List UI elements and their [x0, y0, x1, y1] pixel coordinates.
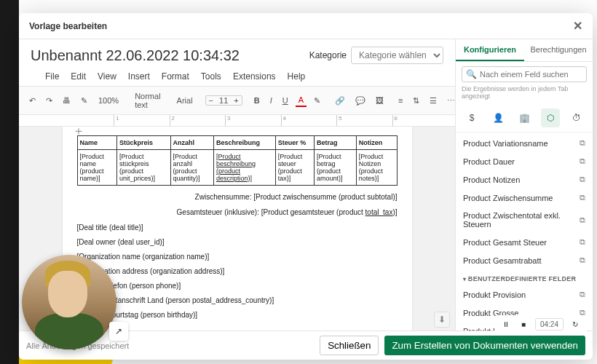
field-item[interactable]: Product Gesamtrabatt⧉: [456, 251, 593, 269]
search-input[interactable]: [480, 70, 582, 79]
field-item[interactable]: Product Notizen⧉: [456, 170, 593, 189]
placeholder-field[interactable]: [Person Telefon (person phone)]: [77, 282, 398, 290]
menu-edit[interactable]: Edit: [71, 71, 86, 82]
entity-icon-row: $ 👤 🏢 ⬡ ⏱: [456, 104, 593, 132]
print-icon[interactable]: 🖶: [60, 95, 74, 106]
clock-icon[interactable]: ⏱: [567, 108, 586, 127]
redo-icon[interactable]: ↷: [43, 95, 55, 107]
line-spacing-icon[interactable]: ⇅: [410, 95, 422, 107]
side-tabs: Konfigurieren Berechtigungen: [456, 39, 593, 62]
custom-fields-group[interactable]: BENUTZERDEFINIERTE FELDER: [456, 269, 593, 285]
font-size-stepper: − 11 +: [205, 95, 242, 106]
copy-icon[interactable]: ⧉: [580, 256, 585, 265]
product-table: Name Stückpreis Anzahl Beschreibung Steu…: [77, 135, 398, 186]
copy-icon[interactable]: ⧉: [580, 215, 585, 225]
col-tax: Steuer %: [275, 136, 314, 150]
field-item[interactable]: Produkt Provision⧉: [456, 285, 593, 304]
subtotal-line[interactable]: Zwischensumme: [Product zwischensumme (p…: [77, 193, 398, 201]
expand-avatar-icon[interactable]: ↗: [109, 322, 128, 341]
document-title[interactable]: Unbenannt 22.06.2022 10:34:32: [31, 47, 240, 64]
building-icon[interactable]: 🏢: [515, 108, 534, 127]
col-desc: Beschreibung: [213, 136, 275, 150]
menu-file[interactable]: File: [45, 71, 59, 82]
placeholder-list: [Deal title (deal title)] [Deal owner (d…: [77, 223, 398, 319]
menu-help[interactable]: Help: [288, 71, 306, 82]
menu-bar: File Edit View Insert Format Tools Exten…: [19, 68, 455, 86]
placeholder-field[interactable]: [Person geburtstag (person birthday)]: [77, 311, 398, 319]
search-input-wrap: 🔍: [462, 66, 587, 82]
tab-permissions[interactable]: Berechtigungen: [524, 39, 593, 61]
italic-icon[interactable]: I: [267, 95, 275, 106]
highlight-icon[interactable]: ✎: [311, 95, 323, 107]
menu-format[interactable]: Format: [162, 71, 189, 82]
close-icon[interactable]: ✕: [573, 19, 582, 33]
pause-icon[interactable]: ⏸: [500, 319, 512, 331]
menu-extensions[interactable]: Extensions: [233, 71, 276, 82]
placeholder-field[interactable]: [Deal title (deal title)]: [77, 223, 398, 232]
category-dropdown[interactable]: Kategorie wählen: [351, 47, 443, 64]
undo-icon[interactable]: ↶: [26, 95, 39, 107]
align-icon[interactable]: ≡: [395, 95, 406, 106]
search-wrap: 🔍: [456, 62, 593, 84]
comment-icon[interactable]: 💬: [352, 95, 368, 107]
category-selector: Kategorie Kategorie wählen: [309, 47, 443, 64]
field-item[interactable]: Product Gesamt Steuer⧉: [456, 233, 593, 251]
copy-icon[interactable]: ⧉: [580, 157, 585, 166]
tab-configure[interactable]: Konfigurieren: [456, 39, 524, 61]
playback-time: 04:24: [535, 318, 564, 331]
placeholder-field[interactable]: [Person postanschrift Land (person posta…: [77, 296, 398, 304]
create-docs-button[interactable]: Zum Erstellen von Dokumenten verwenden: [384, 336, 585, 355]
field-item[interactable]: Product Dauer⧉: [456, 152, 593, 170]
copy-icon[interactable]: ⧉: [580, 237, 585, 247]
more-icon[interactable]: ⋯: [444, 95, 456, 107]
product-icon[interactable]: ⬡: [541, 108, 560, 127]
menu-tools[interactable]: Tools: [201, 71, 221, 82]
video-playback-controls: ⏸ ■ 04:24 ↻: [494, 315, 587, 333]
copy-icon[interactable]: ⧉: [580, 193, 585, 202]
category-label: Kategorie: [309, 50, 347, 60]
copy-icon[interactable]: ⧉: [580, 138, 585, 148]
field-list[interactable]: Product Variationsname⧉ Product Dauer⧉ P…: [456, 132, 593, 331]
copy-icon[interactable]: ⧉: [580, 290, 585, 299]
title-row: Unbenannt 22.06.2022 10:34:32 Kategorie …: [19, 39, 455, 68]
underline-icon[interactable]: U: [280, 95, 291, 106]
field-item[interactable]: Product Variationsname⧉: [456, 134, 593, 152]
scroll-to-bottom-icon[interactable]: ⬇: [434, 312, 450, 328]
zoom-select[interactable]: 100%: [95, 94, 122, 107]
font-size-increase[interactable]: +: [231, 96, 241, 105]
field-item[interactable]: Product Zwischentotal exkl. Steuern⧉: [456, 207, 593, 233]
link-icon[interactable]: 🔗: [332, 95, 348, 107]
search-icon: 🔍: [466, 69, 477, 79]
col-notes: Notizen: [356, 136, 397, 150]
add-block-icon[interactable]: ＋: [73, 124, 84, 139]
replay-icon[interactable]: ↻: [569, 319, 581, 331]
font-select[interactable]: Arial: [173, 94, 197, 107]
toolbar: ↶ ↷ 🖶 ✎ 100% Normal text Arial − 11 + B …: [19, 86, 455, 115]
bold-icon[interactable]: B: [251, 95, 263, 106]
close-button[interactable]: Schließen: [320, 336, 379, 355]
font-size-decrease[interactable]: −: [206, 96, 216, 105]
placeholder-field[interactable]: [Deal owner (deal user_id)]: [77, 238, 398, 246]
modal-header: Vorlage bearbeiten ✕: [19, 13, 593, 39]
font-size-value[interactable]: 11: [216, 96, 231, 105]
placeholder-field[interactable]: [Organization name (organization name)]: [77, 253, 398, 261]
person-icon[interactable]: 👤: [489, 108, 507, 127]
menu-insert[interactable]: Insert: [128, 71, 150, 82]
col-qty: Anzahl: [170, 136, 213, 150]
field-item[interactable]: Product Zwischensumme⧉: [456, 189, 593, 207]
image-icon[interactable]: 🖼: [373, 95, 387, 106]
tax-line[interactable]: Gesamtsteuer (inklusive): [Product gesam…: [77, 208, 398, 216]
menu-view[interactable]: View: [98, 71, 116, 82]
currency-icon[interactable]: $: [462, 108, 481, 127]
search-hint: Die Ergebnisse werden in jedem Tab angez…: [456, 84, 593, 104]
list-icon[interactable]: ☰: [427, 95, 440, 107]
text-color-icon[interactable]: A: [296, 94, 307, 107]
stop-icon[interactable]: ■: [518, 319, 529, 331]
paragraph-style-select[interactable]: Normal text: [131, 90, 164, 111]
modal-footer: Alle Änderungen gespeichert Schließen Zu…: [19, 331, 593, 360]
copy-icon[interactable]: ⧉: [580, 175, 585, 184]
side-panel: Konfigurieren Berechtigungen 🔍 Die Ergeb…: [456, 39, 593, 331]
table-row: [Product name (product name)] [Product s…: [77, 150, 397, 186]
placeholder-field[interactable]: [Organization address (organization addr…: [77, 267, 398, 275]
paint-format-icon[interactable]: ✎: [78, 95, 90, 107]
